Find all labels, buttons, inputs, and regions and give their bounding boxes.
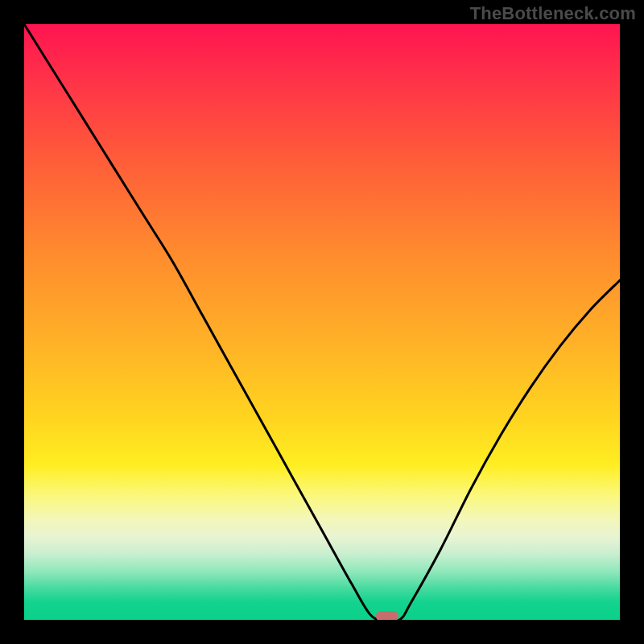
chart-frame: TheBottleneck.com	[0, 0, 644, 644]
watermark-text: TheBottleneck.com	[470, 3, 636, 24]
plot-area	[24, 24, 620, 620]
bottleneck-curve	[24, 24, 620, 620]
optimal-point-marker	[376, 611, 398, 620]
curve-path	[24, 24, 620, 620]
